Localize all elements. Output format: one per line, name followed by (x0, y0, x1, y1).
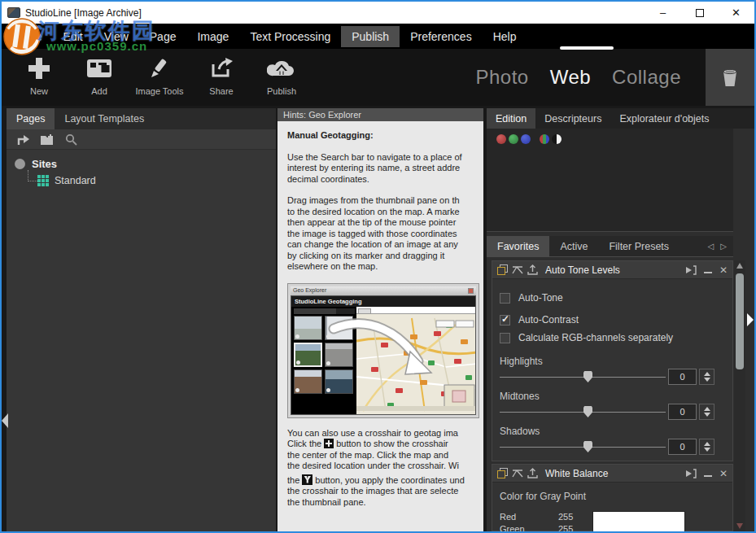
spin-down-icon[interactable] (704, 413, 710, 417)
tab-layout-templates[interactable]: Layout Templates (55, 108, 154, 129)
auto-contrast-checkbox[interactable]: ✓ (500, 315, 510, 325)
highlights-spinner[interactable] (699, 369, 714, 385)
right-tabbar: Edition Descripteurs Explorateur d'objet… (487, 108, 754, 129)
rgb-channel-icon[interactable] (540, 134, 549, 144)
tree-item-sites[interactable]: Sites (15, 158, 276, 170)
dock-panel-icon[interactable] (685, 469, 697, 478)
tab-favorites[interactable]: Favorites (487, 236, 549, 256)
tab-pages[interactable]: Pages (7, 108, 55, 129)
tab-filter-presets[interactable]: Filter Presets (598, 236, 680, 256)
reset-curve-icon[interactable] (512, 469, 523, 478)
auto-tone-checkbox[interactable] (500, 293, 510, 304)
close-panel-icon[interactable]: ✕ (719, 470, 728, 478)
tree-item-standard[interactable]: Standard (37, 170, 96, 186)
midtones-spinner[interactable] (699, 404, 714, 420)
menu-page[interactable]: Page (139, 26, 187, 47)
thumbnail-menustrip (294, 308, 355, 314)
shadows-slider-row: Shadows 0 (492, 422, 732, 457)
shadows-slider-track[interactable] (500, 447, 666, 448)
hints-paragraph-2: Drag images from the thumbnail pane on t… (287, 195, 483, 273)
mode-web[interactable]: Web (550, 66, 591, 89)
rgb-separate-checkbox[interactable] (500, 333, 510, 343)
search-icon[interactable] (65, 133, 77, 146)
spin-up-icon[interactable] (704, 407, 710, 411)
gray-point-swatch[interactable] (592, 511, 685, 533)
publish-button[interactable]: Publish (251, 55, 312, 96)
mode-collage[interactable]: Collage (612, 66, 681, 89)
highlights-slider-thumb[interactable] (583, 371, 592, 382)
tab-descripteurs[interactable]: Descripteurs (535, 108, 610, 129)
spin-up-icon[interactable] (704, 442, 710, 446)
menu-view[interactable]: View (94, 26, 139, 47)
mode-photo[interactable]: Photo (475, 66, 528, 89)
collapse-panel-arrow[interactable] (2, 413, 8, 428)
new-button[interactable]: New (8, 55, 70, 96)
blue-channel-icon[interactable] (521, 134, 531, 144)
midtones-slider-thumb[interactable] (583, 406, 592, 417)
add-button[interactable]: Add (68, 55, 130, 96)
scroll-down-icon[interactable] (736, 523, 743, 529)
collapse-panel-icon[interactable] (704, 272, 712, 273)
minimize-button[interactable]: – (645, 2, 681, 24)
red-channel-icon[interactable] (496, 134, 506, 144)
new-folder-icon[interactable] (40, 133, 55, 146)
highlights-label: Highlights (500, 356, 543, 367)
shadows-slider-thumb[interactable] (583, 441, 592, 452)
maximize-button[interactable] (681, 2, 718, 24)
photo-thumb (325, 343, 353, 367)
midtones-value-field[interactable]: 0 (668, 404, 697, 420)
menu-edit[interactable]: Edit (53, 26, 94, 47)
shadows-spinner[interactable] (699, 439, 714, 455)
scrollbar-thumb[interactable] (736, 273, 744, 369)
right-scrollbar[interactable] (734, 260, 745, 531)
share-label: Share (209, 86, 233, 96)
right-panel: Edition Descripteurs Explorateur d'objet… (487, 108, 754, 531)
menu-text-processing[interactable]: Text Processing (239, 26, 341, 47)
white-balance-header: White Balance ✕ (492, 465, 732, 483)
shadows-value-field[interactable]: 0 (668, 439, 697, 455)
midtones-slider-track[interactable] (500, 412, 666, 413)
menu-publish[interactable]: Publish (341, 26, 400, 47)
spin-down-icon[interactable] (704, 378, 710, 382)
hint-screenshot-titlebar: Geo Explorer (291, 286, 476, 295)
copy-settings-icon[interactable] (497, 264, 508, 275)
folder-up-icon[interactable] (16, 133, 30, 146)
reset-curve-icon[interactable] (512, 265, 523, 275)
close-button[interactable]: ✕ (718, 2, 754, 24)
scroll-tabs-left-icon[interactable]: ◁ (708, 242, 714, 251)
close-panel-icon[interactable]: ✕ (719, 266, 728, 274)
green-channel-icon[interactable] (509, 134, 518, 144)
close-icon: ✕ (732, 7, 741, 19)
menu-image[interactable]: Image (186, 26, 239, 47)
menu-file[interactable]: File (13, 26, 53, 47)
spin-up-icon[interactable] (704, 372, 710, 376)
hints-panel: Hints: Geo Explorer Manual Geotagging: U… (277, 108, 483, 531)
luminance-channel-icon[interactable] (552, 134, 562, 144)
scroll-tabs-right-icon[interactable]: ▷ (720, 242, 727, 251)
menu-preferences[interactable]: Preferences (400, 26, 482, 47)
collapse-panel-icon[interactable] (704, 475, 712, 477)
midtones-slider-row: Midtones 0 (492, 387, 732, 422)
save-preset-icon[interactable] (527, 264, 538, 275)
trash-dropzone[interactable] (706, 49, 754, 106)
tab-explorateur-objets[interactable]: Explorateur d'objets (610, 108, 718, 129)
crosshair-button-icon (324, 439, 334, 448)
copy-settings-icon[interactable] (497, 468, 508, 478)
hint-line: can change the location of an image at a… (287, 239, 483, 251)
share-button[interactable]: Share (190, 55, 252, 96)
scroll-up-icon[interactable] (736, 263, 743, 269)
highlights-slider-track[interactable] (500, 377, 666, 378)
site-tree: Sites Standard (7, 150, 276, 186)
image-tools-button[interactable]: Image Tools (129, 55, 190, 96)
spin-down-icon[interactable] (704, 448, 710, 452)
expand-panel-arrow[interactable] (747, 313, 754, 326)
white-balance-title: White Balance (545, 468, 681, 479)
tab-active[interactable]: Active (549, 236, 598, 256)
hint-line: interest by entering its name, a street … (287, 163, 483, 174)
tab-edition[interactable]: Edition (487, 108, 535, 129)
save-preset-icon[interactable] (527, 468, 538, 478)
menu-help[interactable]: Help (483, 26, 527, 47)
dock-panel-icon[interactable] (685, 265, 697, 275)
highlights-value-field[interactable]: 0 (668, 369, 697, 385)
edition-body (487, 129, 733, 232)
